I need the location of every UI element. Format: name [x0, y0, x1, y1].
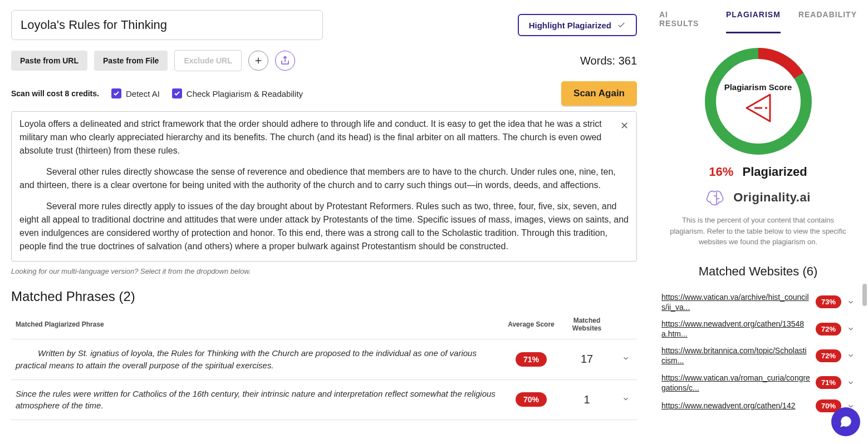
plagiarism-gauge: Plagiarism Score — [703, 46, 814, 157]
matched-website-row[interactable]: https://www.newadvent.org/cathen/14270% — [659, 396, 857, 416]
add-button[interactable] — [248, 51, 268, 71]
language-hint: Looking for our multi-language version? … — [11, 267, 637, 275]
content-paragraph: Several more rules directly apply to iss… — [19, 200, 629, 253]
plagiarism-percent: 16% — [709, 165, 733, 179]
gauge-label: Plagiarism Score — [724, 82, 792, 92]
chevron-down-icon[interactable] — [847, 325, 855, 333]
chevron-down-icon[interactable] — [622, 354, 630, 362]
plagiarism-word: Plagiarized — [743, 165, 807, 179]
matched-website-row[interactable]: https://www.britannica.com/topic/Scholas… — [659, 342, 857, 369]
content-textarea[interactable]: ✕ Loyola offers a delineated and strict … — [11, 111, 637, 262]
col-matched-sites: Matched Websites — [559, 310, 615, 339]
word-count: Words: 361 — [580, 55, 637, 67]
site-count: 17 — [559, 339, 615, 380]
tab-readability[interactable]: READABILITY — [798, 10, 857, 33]
tab-ai-results[interactable]: AI RESULTS — [659, 10, 708, 33]
chevron-down-icon[interactable] — [622, 395, 630, 403]
matched-phrases-table: Matched Plagiarized Phrase Average Score… — [11, 310, 637, 420]
content-paragraph: Several other rules directly showcase th… — [19, 165, 629, 192]
exclude-url-button[interactable]: Exclude URL — [174, 50, 241, 71]
scan-again-button[interactable]: Scan Again — [561, 81, 637, 106]
table-row[interactable]: Written by St. ignatius of loyola, the R… — [11, 339, 637, 380]
plus-icon — [253, 56, 263, 66]
detect-ai-checkbox[interactable]: Detect AI — [111, 88, 160, 98]
matched-websites-heading: Matched Websites (6) — [659, 264, 857, 279]
matched-phrases-heading: Matched Phrases (2) — [11, 289, 637, 304]
tab-plagiarism[interactable]: PLAGIARISM — [726, 10, 781, 33]
site-count: 1 — [559, 379, 615, 420]
share-icon — [280, 56, 290, 66]
checkbox-checked-icon — [172, 88, 182, 98]
brand-name: Originality.ai — [733, 190, 811, 205]
website-link[interactable]: https://www.newadvent.org/cathen/13548a.… — [661, 319, 810, 339]
score-description: This is the percent of your content that… — [659, 215, 857, 248]
chevron-down-icon[interactable] — [847, 298, 855, 306]
chevron-down-icon[interactable] — [847, 379, 855, 387]
matched-website-row[interactable]: https://www.vatican.va/roman_curia/congr… — [659, 369, 857, 396]
website-link[interactable]: https://www.vatican.va/archive/hist_coun… — [661, 292, 810, 312]
table-row[interactable]: Since the rules were written for Catholi… — [11, 379, 637, 420]
share-button[interactable] — [275, 51, 295, 71]
col-avg-score: Average Score — [503, 310, 559, 339]
highlight-plagiarized-button[interactable]: Highlight Plagiarized — [518, 14, 637, 36]
scrollbar[interactable] — [862, 284, 867, 306]
website-score-pill: 72% — [816, 349, 841, 362]
brand-logo: Originality.ai — [705, 188, 811, 207]
paste-from-file-button[interactable]: Paste from File — [94, 51, 168, 71]
chat-icon — [838, 415, 853, 429]
score-pill: 71% — [516, 352, 547, 367]
check-icon — [617, 21, 626, 29]
content-paragraph: Loyola offers a delineated and strict fr… — [19, 117, 629, 157]
brain-icon — [705, 188, 728, 207]
phrase-text: Written by St. ignatius of loyola, the R… — [16, 347, 499, 372]
checkbox-checked-icon — [111, 88, 121, 98]
chevron-down-icon[interactable] — [847, 352, 855, 359]
phrase-text: Since the rules were written for Catholi… — [11, 379, 503, 420]
highlight-plagiarized-label: Highlight Plagiarized — [529, 21, 611, 30]
document-title-input[interactable] — [11, 10, 323, 40]
warning-icon — [746, 93, 771, 122]
paste-from-url-button[interactable]: Paste from URL — [11, 51, 87, 71]
matched-website-row[interactable]: https://www.newadvent.org/cathen/13548a.… — [659, 315, 857, 342]
matched-website-row[interactable]: https://www.vatican.va/archive/hist_coun… — [659, 289, 857, 315]
detect-ai-label: Detect AI — [126, 89, 160, 98]
credit-cost: Scan will cost 8 credits. — [11, 89, 99, 98]
svg-point-7 — [765, 107, 767, 109]
website-score-pill: 73% — [816, 295, 841, 308]
score-pill: 70% — [516, 392, 547, 407]
check-plagiarism-label: Check Plagiarism & Readability — [187, 89, 303, 98]
clear-text-button[interactable]: ✕ — [620, 119, 629, 134]
check-plagiarism-checkbox[interactable]: Check Plagiarism & Readability — [172, 88, 303, 98]
website-score-pill: 71% — [816, 376, 841, 389]
website-link[interactable]: https://www.britannica.com/topic/Scholas… — [661, 346, 810, 366]
website-score-pill: 72% — [816, 323, 841, 336]
website-link[interactable]: https://www.newadvent.org/cathen/142 — [661, 401, 810, 411]
col-phrase: Matched Plagiarized Phrase — [11, 310, 503, 339]
website-link[interactable]: https://www.vatican.va/roman_curia/congr… — [661, 373, 810, 393]
